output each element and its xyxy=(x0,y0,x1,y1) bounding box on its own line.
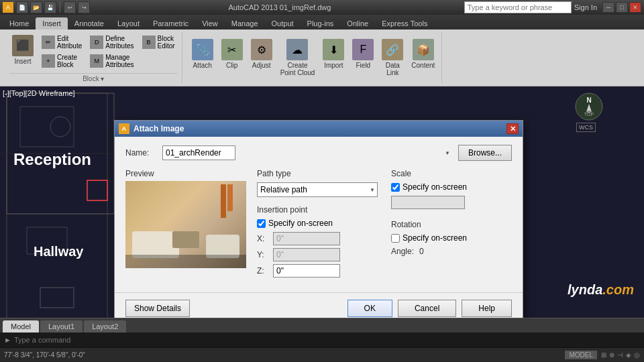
sign-in-label[interactable]: Sign In xyxy=(574,3,597,11)
tab-output[interactable]: Output xyxy=(265,17,301,29)
status-bar: 77'-8 3/4", 170'-4 5/8", 0'-0" MODEL ⊞ ⊕… xyxy=(0,347,644,362)
close-btn[interactable]: ✕ xyxy=(629,2,641,13)
tab-insert[interactable]: Insert xyxy=(36,17,68,29)
insertion-section: Insertion point Specify on-screen X: xyxy=(257,205,378,278)
redo-btn[interactable]: ↪ xyxy=(78,1,90,13)
open-btn[interactable]: 📂 xyxy=(30,1,42,13)
block-group-label: Block ▾ xyxy=(9,73,178,82)
tab-express[interactable]: Express Tools xyxy=(375,17,434,29)
adjust-btn[interactable]: ⚙ Adjust xyxy=(248,38,275,70)
reference-group: 📎 Attach ✂ Clip ⚙ Adjust ☁ CreatePoint C… xyxy=(185,32,443,83)
tab-layout1[interactable]: Layout1 xyxy=(40,320,83,333)
panel-left: Path type Relative path Full path No pat… xyxy=(257,169,378,284)
show-details-button[interactable]: Show Details xyxy=(125,300,190,317)
path-type-select[interactable]: Relative path Full path No path xyxy=(257,182,378,197)
tab-manage[interactable]: Manage xyxy=(225,17,265,29)
save-btn[interactable]: 💾 xyxy=(44,1,56,13)
dialog-overlay: A Attach Image ✕ Name: 01_archRender xyxy=(0,86,644,318)
coord-rows: X: Y: Z: xyxy=(257,232,378,278)
data-link-btn[interactable]: 🔗 DataLink xyxy=(379,38,406,78)
title-bar: A 📄 📂 💾 ↩ ↪ AutoCAD 2013 01_imgRef.dwg S… xyxy=(0,0,644,15)
z-label: Z: xyxy=(257,266,270,276)
tab-layout2[interactable]: Layout2 xyxy=(84,320,126,333)
help-button[interactable]: Help xyxy=(462,300,512,317)
ortho-icon[interactable]: ⊣ xyxy=(617,351,623,359)
x-input[interactable] xyxy=(273,232,340,245)
dialog-footer: Show Details OK Cancel Help xyxy=(115,292,523,318)
tab-home[interactable]: Home xyxy=(3,17,36,29)
panel-right: Scale Specify on-screen xyxy=(391,169,525,284)
ribbon-tabs: Home Insert Annotate Layout Parametric V… xyxy=(0,15,644,29)
tab-annotate[interactable]: Annotate xyxy=(68,17,111,29)
osnap-icon[interactable]: ◎ xyxy=(634,351,640,359)
scale-section: Scale Specify on-screen xyxy=(391,169,525,209)
rotation-specify-row: Specify on-screen xyxy=(391,233,525,243)
window-controls: ─ □ ✕ xyxy=(602,2,641,13)
preview-label: Preview xyxy=(125,169,246,178)
tab-plugins[interactable]: Plug-ins xyxy=(301,17,341,29)
insertion-specify-checkbox[interactable] xyxy=(257,219,266,228)
content-btn[interactable]: 📦 Content xyxy=(409,38,437,70)
room-floor xyxy=(125,255,246,268)
insertion-label: Insertion point xyxy=(257,205,378,215)
cancel-button[interactable]: Cancel xyxy=(398,300,456,317)
clip-btn[interactable]: ✂ Clip xyxy=(219,38,246,70)
scale-input[interactable] xyxy=(391,196,465,209)
rotation-specify-checkbox[interactable] xyxy=(391,234,400,243)
y-input[interactable] xyxy=(273,248,340,261)
tab-layout[interactable]: Layout xyxy=(111,17,146,29)
tab-view[interactable]: View xyxy=(195,17,225,29)
snap-icon[interactable]: ⊕ xyxy=(609,351,614,359)
polar-icon[interactable]: ◈ xyxy=(626,351,631,359)
path-select-wrapper: Relative path Full path No path xyxy=(257,182,378,197)
workspace: Y [-][Top][2D Wireframe] Reception Hallw… xyxy=(0,86,644,318)
z-input[interactable] xyxy=(273,264,340,278)
command-input[interactable] xyxy=(14,336,640,344)
main-wrapper: A 📄 📂 💾 ↩ ↪ AutoCAD 2013 01_imgRef.dwg S… xyxy=(0,0,644,362)
status-icons: ⊞ ⊕ ⊣ ◈ ◎ xyxy=(601,351,640,359)
angle-value: 0 xyxy=(419,247,424,256)
dialog-body: Name: 01_archRender Browse... xyxy=(115,137,523,292)
maximize-btn[interactable]: □ xyxy=(616,2,628,13)
window-title: AutoCAD 2013 01_imgRef.dwg xyxy=(95,3,464,11)
dialog-close-btn[interactable]: ✕ xyxy=(506,123,519,134)
dialog-titlebar: A Attach Image ✕ xyxy=(115,121,523,137)
grid-icon[interactable]: ⊞ xyxy=(601,351,606,359)
name-select-wrapper: 01_archRender xyxy=(162,145,453,160)
insert-block-btn[interactable]: ⬛ Insert xyxy=(9,34,36,70)
undo-btn[interactable]: ↩ xyxy=(64,1,76,13)
minimize-btn[interactable]: ─ xyxy=(602,2,614,13)
model-status-label[interactable]: MODEL xyxy=(565,351,597,359)
tab-parametric[interactable]: Parametric xyxy=(146,17,195,29)
command-bar: ► xyxy=(0,333,644,347)
y-label: Y: xyxy=(257,250,270,259)
ribbon-content: ⬛ Insert ✏ EditAttribute + CreateBlock xyxy=(0,29,644,86)
preview-image xyxy=(125,181,246,268)
create-block-btn[interactable]: + CreateBlock xyxy=(39,52,85,70)
define-attributes-btn[interactable]: D DefineAttributes xyxy=(87,34,136,51)
scale-specify-label: Specify on-screen xyxy=(402,182,467,192)
path-section: Path type Relative path Full path No pat… xyxy=(257,169,378,197)
insertion-specify-label: Specify on-screen xyxy=(268,219,333,228)
tab-model[interactable]: Model xyxy=(3,320,39,333)
block-editor-btn[interactable]: B BlockEditor xyxy=(140,34,178,51)
search-input[interactable] xyxy=(464,1,572,13)
field-btn[interactable]: F Field xyxy=(350,38,376,70)
new-btn[interactable]: 📄 xyxy=(16,1,28,13)
insertion-specify-row: Specify on-screen xyxy=(257,219,378,228)
import-btn[interactable]: ⬇ Import xyxy=(320,38,347,70)
tab-online[interactable]: Online xyxy=(340,17,375,29)
scale-specify-checkbox[interactable] xyxy=(391,183,400,192)
manage-attributes-btn[interactable]: M ManageAttributes xyxy=(87,52,136,70)
ok-button[interactable]: OK xyxy=(347,300,392,317)
attach-btn[interactable]: 📎 Attach xyxy=(189,38,216,70)
create-cloud-btn[interactable]: ☁ CreatePoint Cloud xyxy=(278,38,318,78)
path-type-label: Path type xyxy=(257,169,378,178)
scale-specify-row: Specify on-screen xyxy=(391,182,525,192)
dialog-title: Attach Image xyxy=(133,124,184,133)
scale-label: Scale xyxy=(391,169,525,178)
browse-button[interactable]: Browse... xyxy=(458,145,512,161)
name-select[interactable]: 01_archRender xyxy=(162,145,235,160)
edit-attribute-btn[interactable]: ✏ EditAttribute xyxy=(39,34,85,51)
rotation-section: Rotation Specify on-screen Angle: 0 xyxy=(391,220,525,256)
